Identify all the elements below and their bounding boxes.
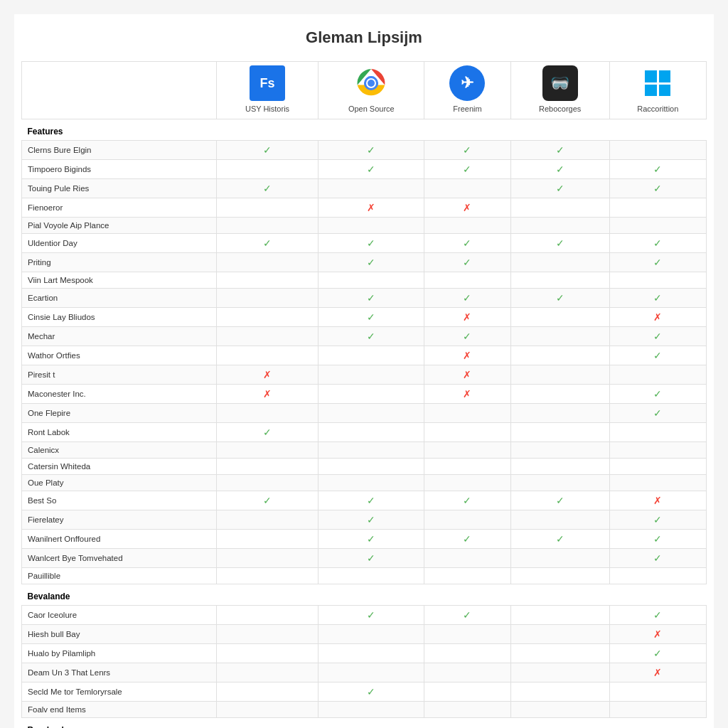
feature-name-cell: Uldentior Day: [22, 234, 217, 253]
col3-cell: [424, 663, 511, 682]
feature-name-cell: Hiesh bull Bay: [22, 625, 217, 644]
col3-cell: [424, 179, 511, 198]
col3-cell: [424, 644, 511, 663]
col5-cell: ✗: [609, 625, 706, 644]
col2-cell: [318, 346, 424, 365]
col2-cell: ✓: [318, 510, 424, 530]
col2-cell: ✓: [318, 141, 424, 160]
col3-icon: ✈: [449, 65, 485, 101]
col4-cell: [510, 510, 609, 530]
col3-cell: [424, 702, 511, 718]
feature-name-cell: Caor Iceolure: [22, 606, 217, 625]
col5-cell: ✓: [609, 549, 706, 568]
check-icon: ✓: [463, 609, 471, 621]
col3-cell: [424, 442, 511, 459]
col5-cell: [609, 568, 706, 584]
feature-name-cell: Clerns Bure Elgin: [22, 141, 217, 160]
col3-cell: [424, 218, 511, 234]
col2-cell: [318, 663, 424, 682]
check-icon: ✓: [367, 552, 375, 564]
col2-cell: ✗: [318, 198, 424, 218]
col5-cell: [609, 141, 706, 160]
col2-cell: [318, 218, 424, 234]
check-icon: ✓: [367, 533, 375, 545]
col5-header: Raccorittion: [609, 62, 706, 119]
col3-cell: ✓: [424, 530, 511, 549]
col5-cell: [609, 198, 706, 218]
feature-name-cell: Ront Labok: [22, 423, 217, 442]
col4-cell: ✓: [510, 289, 609, 308]
check-icon: ✓: [653, 388, 662, 400]
col4-icon: 🥽: [542, 65, 578, 101]
check-icon: ✓: [653, 648, 662, 659]
col2-cell: ✓: [318, 253, 424, 272]
col3-cell: [424, 475, 511, 491]
table-row: One Flepire✓: [22, 404, 707, 423]
check-icon: ✓: [463, 331, 471, 342]
col4-cell: [510, 346, 609, 365]
feature-name-cell: Wanlcert Bye Tomvehated: [22, 549, 217, 568]
col1-cell: [216, 702, 318, 718]
col1-cell: [216, 625, 318, 644]
check-icon: ✓: [367, 495, 375, 506]
col3-cell: [424, 549, 511, 568]
col5-cell: ✗: [609, 491, 706, 510]
check-icon: ✓: [263, 144, 272, 156]
table-row: Touing Pule Ries✓✓✓: [22, 179, 707, 198]
col5-cell: ✓: [609, 253, 706, 272]
table-row: Viin Lart Mespook: [22, 272, 707, 289]
col4-cell: ✓: [510, 141, 609, 160]
table-row: Pial Voyole Aip Plance: [22, 218, 707, 234]
col1-cell: [216, 549, 318, 568]
col1-cell: [216, 606, 318, 625]
col5-cell: ✓: [609, 510, 706, 530]
col5-cell: ✗: [609, 308, 706, 327]
section-header: Bevalandе: [22, 584, 707, 606]
col4-cell: [510, 198, 609, 218]
col2-cell: ✓: [318, 160, 424, 179]
col2-cell: ✓: [318, 289, 424, 308]
col4-cell: [510, 253, 609, 272]
feature-name-cell: Mechar: [22, 327, 217, 346]
feature-name-cell: Calenicx: [22, 442, 217, 459]
page-wrapper: Gleman Lipsijm Fs USY Historis: [14, 14, 714, 728]
col1-cell: ✗: [216, 385, 318, 404]
check-icon: ✓: [463, 237, 471, 249]
feature-name-cell: Cinsie Lay Bliudos: [22, 308, 217, 327]
check-icon: ✓: [263, 237, 272, 249]
col4-cell: [510, 365, 609, 385]
feature-name-cell: Timpoero Biginds: [22, 160, 217, 179]
check-icon: ✓: [463, 257, 471, 268]
col3-cell: [424, 272, 511, 289]
check-icon: ✓: [653, 164, 662, 175]
col5-cell: ✓: [609, 404, 706, 423]
table-row: Caor Iceolure✓✓✓: [22, 606, 707, 625]
table-row: Wathor Ortfies✗✓: [22, 346, 707, 365]
col2-cell: ✓: [318, 308, 424, 327]
table-row: Maconester Inc.✗✗✓: [22, 385, 707, 404]
col5-cell: [609, 442, 706, 459]
col3-name: Freenim: [430, 105, 505, 113]
check-icon: ✓: [653, 552, 662, 564]
col3-cell: [424, 423, 511, 442]
table-row: Foalv end Items: [22, 702, 707, 718]
col3-cell: ✗: [424, 385, 511, 404]
col3-cell: ✗: [424, 346, 511, 365]
col2-cell: [318, 385, 424, 404]
page-title: Gleman Lipsijm: [21, 28, 707, 47]
cross-icon: ✗: [653, 628, 662, 640]
plane-icon: ✈: [449, 65, 485, 101]
table-row: Timpoero Biginds✓✓✓✓: [22, 160, 707, 179]
table-row: Best So✓✓✓✓✗: [22, 491, 707, 510]
check-icon: ✓: [653, 292, 662, 304]
col4-cell: [510, 568, 609, 584]
cross-icon: ✗: [463, 202, 471, 213]
feature-name-cell: Deam Un 3 That Lenrs: [22, 663, 217, 682]
section-header-label: Bernlead: [22, 718, 707, 729]
col4-cell: [510, 702, 609, 718]
table-row: Hiesh bull Bay✗: [22, 625, 707, 644]
feature-name-cell: Secld Me tor Temloryrsale: [22, 682, 217, 702]
col1-cell: [216, 218, 318, 234]
check-icon: ✓: [367, 609, 375, 621]
col2-header: Open Source: [318, 62, 424, 119]
